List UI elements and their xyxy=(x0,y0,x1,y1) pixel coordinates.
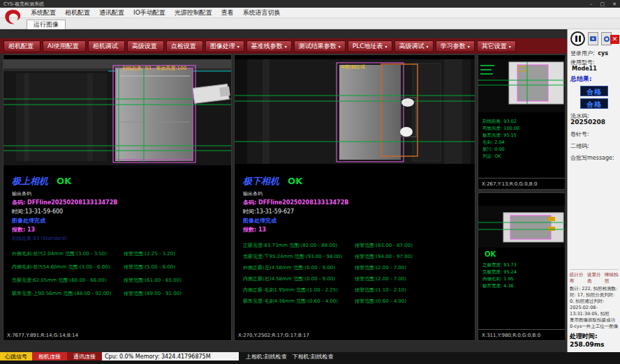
minimize-icon[interactable]: – xyxy=(590,1,593,7)
lower-measurement-list: 正极宽度:83.73mm 范围:(82.00 - 88.00)报警范围:(83.… xyxy=(243,242,472,305)
menu-item-view[interactable]: 查看 xyxy=(221,8,234,17)
toolbar-button-label: PLC地址表 xyxy=(353,42,383,51)
measurement-text: 极耳宽度-上90.56mm 范围:(88.00 - 92.00) xyxy=(12,290,124,297)
menu-item-io-manual-config[interactable]: IO手动配置 xyxy=(133,8,165,17)
stats-line: 0, 拍照通过判对: xyxy=(570,298,619,305)
toolbar-button-label: AI使用配置 xyxy=(47,42,79,51)
close-icon[interactable]: ✕ xyxy=(612,1,617,7)
preview-top-image[interactable] xyxy=(478,59,565,112)
upper-camera-result: OK xyxy=(57,176,71,186)
chevron-down-icon: ▾ xyxy=(385,44,388,49)
tab-run-image[interactable]: 运行图像 xyxy=(27,20,66,29)
total-result-box-upper: 合格 xyxy=(580,86,608,96)
pause-button[interactable] xyxy=(570,31,585,46)
alarm-range-text: 报警范围:(2.00 - 7.00) xyxy=(355,264,406,271)
stats-line: 0-cys一外上工位一图像 xyxy=(570,324,619,330)
barcode-output-label: 输出条码 xyxy=(12,190,228,197)
maximize-icon[interactable]: ▢ xyxy=(600,1,605,7)
stats-link-distribution[interactable]: 统计分布 xyxy=(570,272,584,285)
preview-bottom-image[interactable] xyxy=(478,206,565,248)
toolbar-button-camera-config[interactable]: 相机配置 xyxy=(3,40,40,52)
toolbar-button-spot-check[interactable]: 点检设置 xyxy=(166,40,203,52)
alarm-range-text: 报警范围:(5.00 - 6.00) xyxy=(124,264,175,271)
toolbar-button-other-settings[interactable]: 其它设置▾ xyxy=(477,40,516,52)
toolbar-button-learning-params[interactable]: 学习参数▾ xyxy=(436,40,475,52)
stats-line: 2025:02:08-13:31:39:05, 拍照 xyxy=(570,305,619,317)
stats-link-classify[interactable]: 设置分类 xyxy=(587,272,601,285)
model-value: Mode11 xyxy=(572,66,597,72)
measurement-row: 正极宽度:83.73mm 范围:(82.00 - 88.00)报警范围:(83.… xyxy=(243,242,472,249)
toolbar-button-label: 点检设置 xyxy=(171,42,196,51)
menu-item-system-config[interactable]: 系统配置 xyxy=(31,8,56,17)
total-result-box-lower: 合格 xyxy=(580,98,608,109)
lower-pixel-coords: X:270,Y:2502;R:17;G:17;B:17 xyxy=(238,333,309,338)
heartbeat-indicator: 心跳信号 xyxy=(0,352,32,361)
preview-line: 负极宽度: 95.24 xyxy=(482,268,517,275)
sidebar-fields: 登录用户: cys 使用型号: Mode11 总结果: 合格 合格 流水码: 2… xyxy=(570,50,619,164)
toolbar-button-label: 测试结果参数 xyxy=(299,42,337,51)
menu-item-language-switch[interactable]: 系统语言切换 xyxy=(243,8,281,17)
toolbar-button-label: 图像处理 xyxy=(210,42,235,51)
chevron-down-icon: ▾ xyxy=(468,44,470,49)
chevron-down-icon: ▾ xyxy=(509,44,511,49)
app-logo-icon xyxy=(2,8,24,28)
toolbar-button-advanced-settings[interactable]: 高级设置 xyxy=(127,40,164,52)
menu-item-comm-config[interactable]: 通讯配置 xyxy=(99,8,124,17)
alarm-range-text: 报警范围:(83.00 - 87.00) xyxy=(355,242,413,249)
sidebar-close-button[interactable]: ✕ xyxy=(610,35,619,44)
lower-report-count: 报数: 13 xyxy=(243,226,472,234)
stats-line: 数计: 222, 拍照检测数: xyxy=(570,286,619,292)
lower-barcode-value: 条码: DFFline2025020813313472B xyxy=(243,199,472,206)
winder-label: 卷针号: xyxy=(570,131,589,137)
sidebar-controls xyxy=(570,31,612,46)
lower-camera-image[interactable] xyxy=(235,59,475,164)
stats-link-continue[interactable]: 继续拍照 xyxy=(605,272,619,285)
upper-camera-panel: 刻线距离: 93 , 有效高度:100 极上相机 OK 输出条码 条码: DFF… xyxy=(3,54,232,341)
toolbar-button-camera-debug[interactable]: 相机调试 xyxy=(88,40,125,52)
cpu-memory-readout: Cpu: 0.0% Memory: 3424.41796875M xyxy=(102,352,239,361)
preview-panel-bottom: OK 正极宽度: 83.73 负极宽度: 95.24 内侧毛刺: 1.95 极耳… xyxy=(478,192,566,341)
preview-panel-top: 刻线距离: 93.02 有效高度: 100.00 极耳高度: 95.15 毛刺:… xyxy=(478,54,566,190)
measurement-row: 负极宽度:62.05mm 范围:(60.00 - 66.00)报警范围:(61.… xyxy=(12,277,228,284)
statistics-block: 统计分布 设置分类 继续拍照 数计: 222, 拍照检测数: 对: 17, 拍照… xyxy=(570,269,619,348)
menu-item-light-control-config[interactable]: 光源控制配置 xyxy=(175,8,212,17)
upper-camera-name: 极上相机 xyxy=(12,176,48,186)
chevron-down-icon: ▾ xyxy=(339,44,341,49)
toolbar-button-image-processing[interactable]: 图像处理▾ xyxy=(205,40,244,52)
measurement-row: 极耳宽度-毛刺4.36mm 范围:(0.60 - 4.00)报警范围:(0.60… xyxy=(243,298,472,305)
model-label: 使用型号: xyxy=(570,59,595,66)
measurement-row: 内侧毛刺-脏污54.60mm 范围:(3.00 - 6.00)报警范围:(5.0… xyxy=(12,264,228,271)
upper-camera-image[interactable] xyxy=(3,59,231,165)
measurement-row: 极耳宽度-上90.56mm 范围:(88.00 - 92.00)报警范围:(89… xyxy=(12,290,228,297)
measurement-row: 负极宽度-下95.24mm 范围:(93.00 - 98.00)报警范围:(94… xyxy=(243,253,472,260)
toolbar-button-advanced-debug[interactable]: 高级调试▾ xyxy=(394,40,434,52)
chevron-down-icon: ▾ xyxy=(427,44,429,49)
preview-line: 脏污: 0.00 xyxy=(482,146,519,153)
lower-camera-result: OK xyxy=(288,176,302,186)
divider xyxy=(478,329,565,330)
measurement-text: 极耳宽度-毛刺4.36mm 范围:(0.60 - 4.00) xyxy=(243,298,355,305)
toolbar-button-test-result-params[interactable]: 测试结果参数▾ xyxy=(294,40,346,52)
serial-value: 20250208 xyxy=(570,119,619,126)
upper-note: 刻线距离:93 (Standard) xyxy=(12,235,228,242)
measurement-row: 外侧正极(左)4.58mm 范围:(0.00 - 9.00)报警范围:(2.00… xyxy=(243,264,472,271)
alarm-range-text: 报警范围:(89.00 - 91.00) xyxy=(124,290,182,297)
camera-capture-button[interactable] xyxy=(588,32,598,45)
total-result-label: 总结果: xyxy=(570,75,619,84)
toolbar-button-label: 高级调试 xyxy=(399,42,425,51)
main-area: 相机配置 AI使用配置 相机调试 高级设置 点检设置 图像处理▾ 基准线参数▾ … xyxy=(0,29,567,352)
right-sidebar: ✕ 登录用户: cys 使用型号: Mode11 总结果: 合格 合格 流水码:… xyxy=(567,29,620,352)
lower-camera-panel: AI检测区域 极下相机 OK 输出条码 条码: DFFline202502081… xyxy=(234,54,475,341)
measurement-text: 负极宽度:62.05mm 范围:(60.00 - 66.00) xyxy=(12,277,124,284)
toolbar-button-baseline-params[interactable]: 基准线参数▾ xyxy=(246,40,292,52)
lower-process-status: 图像处理完成 xyxy=(243,217,472,225)
toolbar-button-plc-address-table[interactable]: PLC地址表▾ xyxy=(348,40,392,52)
menu-item-camera-config[interactable]: 相机配置 xyxy=(65,8,90,17)
menu-bar: 系统配置 相机配置 通讯配置 IO手动配置 光源控制配置 查看 系统语言切换 xyxy=(0,8,620,18)
toolbar-button-label: 高级设置 xyxy=(132,42,157,51)
divider xyxy=(478,178,565,179)
preview-top-pixel-coords: X:267,Y:13;R:0,G:0,B:0 xyxy=(482,181,537,187)
toolbar-button-ai-usage-config[interactable]: AI使用配置 xyxy=(43,40,86,52)
toolbar-button-label: 其它设置 xyxy=(482,42,507,51)
process-time: 处理时间: 258.09ms xyxy=(570,332,619,348)
